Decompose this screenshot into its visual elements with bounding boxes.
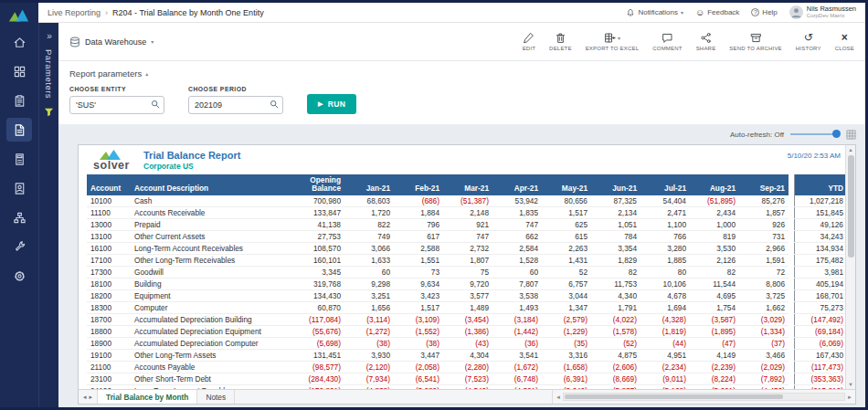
user-menu[interactable]: Nils Rasmussen CorpDev Matrix (789, 5, 856, 19)
cell: 749 (344, 230, 394, 242)
action-label: SHARE (696, 46, 716, 51)
cell: (2,239) (690, 361, 739, 373)
trial-balance-table: AccountAccount DescriptionOpening Balanc… (87, 174, 847, 390)
table-row: 21100Accounts Payable(98,577)(2,120)(2,0… (87, 361, 847, 373)
cell: 747 (492, 218, 542, 230)
report-parameters-toggle[interactable]: Report parameters ▴ (69, 68, 854, 79)
edit-button[interactable]: EDIT (523, 32, 535, 51)
cell: (3,029) (739, 313, 789, 325)
sidebar-item-settings[interactable] (6, 264, 32, 288)
sidebar-item-budgeting[interactable] (6, 147, 32, 171)
table-row: 17300Goodwill3,3456073756052828082723,98… (87, 266, 847, 278)
datasource-selector[interactable]: Data Warehouse ▾ (69, 37, 153, 47)
share-button[interactable]: SHARE (696, 32, 716, 51)
tab-notes[interactable]: Notes (197, 390, 235, 404)
breadcrumb-root[interactable]: Live Reporting (48, 8, 101, 17)
help-button[interactable]: ? Help (751, 8, 777, 16)
layout-grid-icon[interactable] (846, 130, 856, 140)
cell: (7,523) (443, 373, 492, 384)
close-button[interactable]: × CLOSE (835, 32, 854, 51)
cell: (2,280) (443, 361, 492, 373)
auto-refresh-toggle[interactable] (790, 133, 840, 135)
sidebar-item-home[interactable] (6, 30, 32, 54)
cell: 34,243 (794, 230, 847, 242)
cell: 1,517 (542, 206, 591, 218)
cell: (2,606) (591, 361, 640, 373)
home-icon (13, 36, 26, 49)
horizontal-scrollbar[interactable]: ◄ ► (552, 390, 855, 404)
cell: 615 (542, 230, 591, 242)
cell: 13100 (87, 230, 131, 242)
tab-prev-icon[interactable]: ◂ (83, 394, 87, 401)
cell: 2,126 (690, 254, 739, 266)
sidebar-item-modules[interactable] (6, 59, 32, 83)
cell: 151,845 (794, 206, 847, 218)
delete-button[interactable]: DELETE (549, 32, 572, 51)
cell: 75,273 (794, 301, 847, 313)
chevron-up-icon: ▴ (145, 70, 148, 77)
cell: 1,493 (492, 301, 542, 313)
sidebar-item-tools[interactable] (6, 235, 32, 258)
smiley-icon: ☺ (695, 8, 704, 17)
cell: 3,466 (739, 349, 789, 361)
sidebar-item-assignments[interactable] (6, 89, 32, 112)
cell: (69,184) (794, 325, 847, 337)
tab-label: Trial Balance by Month (106, 393, 188, 402)
search-icon[interactable] (270, 100, 279, 109)
solver-app-logo-icon[interactable] (8, 8, 30, 22)
sidebar-item-data-warehouse[interactable] (6, 205, 32, 229)
sidebar-item-publishing[interactable] (6, 176, 32, 200)
collapse-panel-icon[interactable]: » (47, 31, 51, 41)
history-button[interactable]: ↺ HISTORY (796, 32, 821, 51)
vertical-scrollbar[interactable]: ▲ ▼ (845, 145, 855, 389)
cell: 2,134 (591, 206, 640, 218)
send-to-archive-button[interactable]: SEND TO ARCHIVE (729, 32, 781, 51)
sheet-nav-arrows[interactable]: ◂▸ (79, 390, 97, 404)
horizontal-scroll-thumb[interactable] (565, 394, 784, 399)
clipboard-icon (13, 94, 26, 108)
column-header: Account Description (131, 174, 288, 195)
sidebar-item-live-reporting[interactable] (6, 118, 32, 142)
cell: (147,492) (794, 313, 847, 325)
cell: 3,577 (443, 289, 492, 301)
excel-export-icon (604, 32, 616, 44)
scroll-left-icon[interactable]: ◄ (556, 394, 561, 400)
run-button[interactable]: ▶ RUN (307, 94, 356, 114)
cell: 49,126 (794, 218, 847, 230)
vertical-scroll-thumb[interactable] (848, 155, 854, 258)
cell: (6,541) (394, 373, 443, 384)
tab-next-icon[interactable]: ▸ (90, 394, 93, 401)
cell: 4,678 (640, 289, 690, 301)
toggle-knob[interactable] (832, 130, 841, 138)
scroll-up-icon[interactable]: ▲ (848, 145, 852, 154)
report-header: solver Trial Balance Report Corporate US… (87, 150, 841, 172)
cell: Other Long-Term Assets (131, 349, 288, 361)
filter-icon[interactable] (44, 108, 54, 117)
horizontal-scroll-track[interactable] (563, 393, 845, 401)
action-label: SEND TO ARCHIVE (729, 46, 781, 51)
table-row: 18100Building319,7689,2989,6349,7207,807… (87, 278, 847, 289)
cell: 3,423 (394, 289, 443, 301)
export-to-excel-button[interactable]: ▾ EXPORT TO EXCEL (586, 32, 640, 51)
scroll-down-icon[interactable]: ▼ (848, 380, 852, 389)
cell: 18800 (87, 325, 131, 337)
chevron-down-icon: ▾ (618, 35, 620, 41)
comment-button[interactable]: COMMENT (652, 32, 682, 51)
share-icon (700, 32, 712, 44)
cell: (43) (443, 337, 492, 349)
cell: 23100 (87, 373, 131, 384)
notifications-label: Notifications (638, 8, 678, 16)
cell: (1,552) (394, 325, 443, 337)
column-header: Apr-21 (492, 174, 542, 195)
notifications-menu[interactable]: Notifications ▾ (626, 8, 683, 17)
cell: 160,101 (288, 254, 344, 266)
cell: 133,847 (288, 206, 344, 218)
tab-trial-balance-by-month[interactable]: Trial Balance by Month (97, 390, 197, 404)
scroll-right-icon[interactable]: ► (847, 394, 852, 400)
comment-icon (662, 32, 673, 44)
chevron-down-icon: ▾ (151, 38, 153, 45)
search-icon[interactable] (151, 100, 160, 109)
feedback-button[interactable]: ☺ Feedback (695, 8, 739, 17)
cell: (2,029) (739, 361, 789, 373)
column-header: Sep-21 (739, 174, 789, 195)
